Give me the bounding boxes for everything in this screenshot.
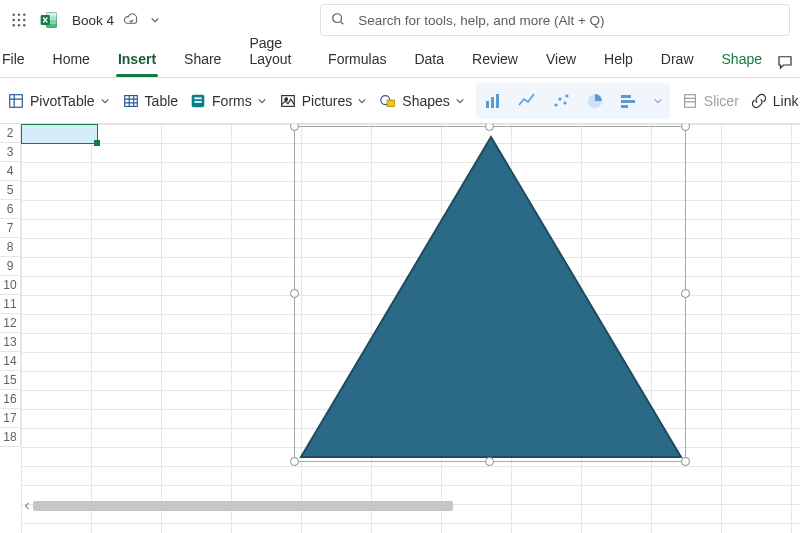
resize-handle-bl[interactable] — [290, 457, 299, 466]
shapes-button[interactable]: Shapes — [378, 85, 465, 117]
tab-file[interactable]: File — [0, 51, 39, 77]
scroll-left-icon[interactable] — [21, 500, 33, 512]
svg-point-22 — [285, 97, 288, 100]
forms-icon — [188, 91, 208, 111]
triangle-shape[interactable] — [297, 135, 685, 461]
svg-rect-34 — [621, 100, 635, 103]
row-header[interactable]: 9 — [0, 257, 21, 276]
search-box[interactable] — [320, 4, 790, 36]
line-chart-icon[interactable] — [516, 90, 538, 112]
scrollbar-thumb[interactable] — [33, 501, 453, 511]
tab-view[interactable]: View — [532, 51, 590, 77]
link-label: Link — [773, 93, 799, 109]
scrollbar-track[interactable] — [33, 500, 800, 512]
app-launcher-icon[interactable] — [8, 9, 30, 31]
slicer-button[interactable]: Slicer — [680, 85, 739, 117]
tab-formulas[interactable]: Formulas — [314, 51, 400, 77]
resize-handle-tm[interactable] — [485, 124, 494, 131]
chevron-down-icon[interactable] — [652, 95, 664, 107]
resize-handle-bm[interactable] — [485, 457, 494, 466]
row-header[interactable]: 18 — [0, 428, 21, 447]
row-header[interactable]: 12 — [0, 314, 21, 333]
cloud-sync-icon[interactable] — [122, 11, 140, 29]
svg-point-2 — [23, 14, 25, 16]
svg-rect-20 — [194, 101, 201, 103]
shape-selection-box[interactable] — [294, 126, 686, 462]
svg-point-8 — [23, 24, 25, 26]
selected-cell[interactable] — [21, 124, 98, 144]
slicer-label: Slicer — [704, 93, 739, 109]
svg-rect-17 — [124, 95, 137, 106]
resize-handle-br[interactable] — [681, 457, 690, 466]
ribbon-tabs: File Home Insert Share Page Layout Formu… — [0, 40, 800, 78]
workbook-title[interactable]: Book 4 — [72, 13, 114, 28]
row-header[interactable]: 4 — [0, 162, 21, 181]
svg-rect-36 — [684, 94, 695, 107]
pictures-button[interactable]: Pictures — [278, 85, 369, 117]
tab-data[interactable]: Data — [400, 51, 458, 77]
table-icon — [121, 91, 141, 111]
row-header[interactable]: 2 — [0, 124, 21, 143]
svg-rect-19 — [194, 97, 201, 99]
tab-help[interactable]: Help — [590, 51, 647, 77]
ribbon-toolbar: PivotTable Table Forms — [0, 78, 800, 124]
chevron-down-icon — [99, 95, 111, 107]
pictures-icon — [278, 91, 298, 111]
comments-icon[interactable] — [776, 55, 794, 77]
search-input[interactable] — [356, 12, 779, 29]
shapes-label: Shapes — [402, 93, 449, 109]
resize-handle-ml[interactable] — [290, 289, 299, 298]
row-header[interactable]: 5 — [0, 181, 21, 200]
forms-button[interactable]: Forms — [188, 85, 268, 117]
row-header[interactable]: 10 — [0, 276, 21, 295]
forms-label: Forms — [212, 93, 252, 109]
tab-insert[interactable]: Insert — [104, 51, 170, 77]
table-button[interactable]: Table — [121, 85, 178, 117]
tab-page-layout[interactable]: Page Layout — [235, 35, 314, 77]
row-header[interactable]: 11 — [0, 295, 21, 314]
worksheet-grid[interactable]: 2 3 4 5 6 7 8 9 10 11 12 13 14 15 16 17 … — [0, 124, 800, 533]
svg-point-31 — [565, 94, 568, 97]
row-header[interactable]: 3 — [0, 143, 21, 162]
pie-chart-icon[interactable] — [584, 90, 606, 112]
chart-group — [476, 83, 670, 119]
resize-handle-mr[interactable] — [681, 289, 690, 298]
slicer-icon — [680, 91, 700, 111]
row-header[interactable]: 15 — [0, 371, 21, 390]
pictures-label: Pictures — [302, 93, 353, 109]
column-chart-icon[interactable] — [482, 90, 504, 112]
link-button[interactable]: Link — [749, 85, 799, 117]
svg-point-7 — [18, 24, 20, 26]
bar-chart-icon[interactable] — [618, 90, 640, 112]
svg-point-5 — [23, 19, 25, 21]
svg-rect-35 — [621, 105, 628, 108]
table-label: Table — [145, 93, 178, 109]
row-header[interactable]: 8 — [0, 238, 21, 257]
excel-app-icon — [38, 9, 60, 31]
tab-share[interactable]: Share — [170, 51, 235, 77]
pivottable-button[interactable]: PivotTable — [6, 85, 111, 117]
row-header[interactable]: 14 — [0, 352, 21, 371]
row-header[interactable]: 16 — [0, 390, 21, 409]
tab-draw[interactable]: Draw — [647, 51, 708, 77]
shapes-icon — [378, 91, 398, 111]
tab-shape[interactable]: Shape — [708, 51, 776, 77]
scatter-chart-icon[interactable] — [550, 90, 572, 112]
pivottable-label: PivotTable — [30, 93, 95, 109]
svg-rect-27 — [496, 94, 499, 108]
tab-home[interactable]: Home — [39, 51, 104, 77]
chevron-down-icon — [356, 95, 368, 107]
svg-point-29 — [558, 97, 561, 100]
row-headers: 2 3 4 5 6 7 8 9 10 11 12 13 14 15 16 17 … — [0, 124, 21, 447]
tab-review[interactable]: Review — [458, 51, 532, 77]
title-dropdown-icon[interactable] — [148, 13, 162, 27]
horizontal-scrollbar[interactable] — [21, 500, 800, 512]
svg-rect-33 — [621, 95, 631, 98]
row-header[interactable]: 17 — [0, 409, 21, 428]
svg-rect-16 — [10, 94, 23, 107]
row-header[interactable]: 7 — [0, 219, 21, 238]
row-header[interactable]: 13 — [0, 333, 21, 352]
row-header[interactable]: 6 — [0, 200, 21, 219]
title-bar: Book 4 — [0, 0, 800, 40]
resize-handle-tl[interactable] — [290, 124, 299, 131]
